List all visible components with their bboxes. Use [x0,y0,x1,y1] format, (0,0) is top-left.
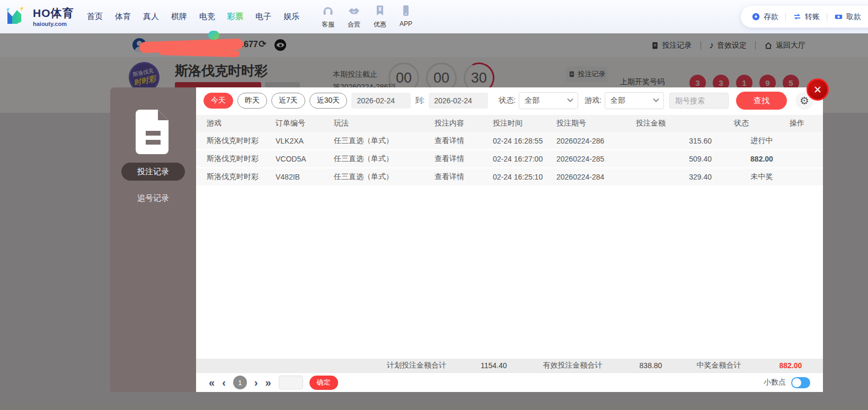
nav-menu-item[interactable]: 真人 [143,12,159,22]
nav-menu-item[interactable]: 首页 [87,12,103,22]
nav-menu-item[interactable]: 电竞 [199,12,215,22]
cell-status: 进行中 [734,132,790,150]
cell-game: 斯洛伐克时时彩 [196,168,276,186]
view-details-link[interactable]: 查看详情 [435,150,493,168]
logo[interactable]: HO体育 haiouty.com [0,6,79,27]
wallet-item-label: 转账 [805,12,820,22]
cell-operation [790,168,823,186]
phone-icon [400,4,412,19]
cell-order-id[interactable]: V482IB [276,168,334,186]
first-page-button[interactable]: « [209,377,215,388]
period-search-input[interactable] [669,93,729,109]
confirm-button[interactable]: 确定 [309,376,338,390]
next-page-button[interactable]: › [254,377,258,388]
table-header-cell: 游戏 [196,115,276,132]
sidebar-item-chase-records[interactable]: 追号记录 [121,189,185,207]
cell-order-id[interactable]: VCOD5A [276,150,334,168]
quick-link-phone[interactable]: APP [397,4,415,29]
view-details-link[interactable]: 查看详情 [435,168,493,186]
nav-menu-item[interactable]: 彩票 [227,12,243,22]
date-filter-button[interactable]: 近30天 [309,93,348,109]
divider [827,13,827,21]
table-header-cell: 投注金额 [636,115,734,132]
cell-bet-time: 02-24 16:27:00 [493,150,556,168]
wallet-item[interactable]: 取款 [834,12,861,22]
bet-records-modal: 投注记录追号记录 今天昨天近7天近30天 到: 状态: 全部 游戏: 全部 [110,87,823,392]
handshake-icon [348,4,360,19]
last-page-button[interactable]: » [265,377,271,388]
cell-amount: 315.60 [636,132,734,150]
table-row: 斯洛伐克时时彩VLK2XA任三直选（单式）查看详情02-24 16:28:552… [196,132,823,150]
date-filter-button[interactable]: 昨天 [237,93,267,109]
table-header-cell: 投注期号 [556,115,636,132]
status-label: 状态: [499,96,516,105]
current-page-badge[interactable]: 1 [233,376,247,389]
nav-menu-item[interactable]: 电子 [255,12,271,22]
table-header-cell: 操作 [790,115,823,132]
date-filter-button[interactable]: 今天 [203,93,233,109]
logo-icon [5,6,28,27]
pagination-bar: « ‹ 1 › » 确定 小数点 [196,372,823,392]
quick-link-coupon[interactable]: ¥优惠 [371,4,389,29]
plan-total-label: 计划投注金额合计 [387,361,446,370]
nav-menu-item[interactable]: 体育 [115,12,131,22]
date-to-input[interactable] [429,93,488,109]
game-label: 游戏: [584,96,601,105]
chevron-down-icon [567,96,573,102]
main-menu: 首页体育真人棋牌电竞彩票电子娱乐 [87,12,299,22]
cell-game: 斯洛伐克时时彩 [196,150,276,168]
headset-icon [322,4,334,19]
decimal-point-toggle[interactable] [791,377,810,388]
nav-menu-item[interactable]: 娱乐 [284,12,299,22]
view-details-link[interactable]: 查看详情 [435,132,493,150]
quick-link-headset[interactable]: 客服 [319,4,337,29]
table-body: 斯洛伐克时时彩VLK2XA任三直选（单式）查看详情02-24 16:28:552… [196,132,823,186]
cell-order-id[interactable]: VLK2XA [276,132,334,150]
logo-title: HO体育 [33,6,74,21]
status-select[interactable]: 全部 [519,92,578,109]
modal-panel: 今天昨天近7天近30天 到: 状态: 全部 游戏: 全部 查找 [196,87,823,392]
top-navbar: HO体育 haiouty.com 首页体育真人棋牌电竞彩票电子娱乐 客服合营¥优… [0,0,868,33]
modal-sidebar: 投注记录追号记录 [110,87,196,392]
table-header-row: 游戏订单编号玩法投注内容投注时间投注期号投注金额状态操作 [196,115,823,132]
decimal-point-label: 小数点 [764,378,786,387]
active-tab-indicator [208,31,219,40]
table-row: 斯洛伐克时时彩V482IB任三直选（单式）查看详情02-24 16:25:102… [196,168,823,186]
quick-link-label: 合营 [348,20,360,29]
quick-link-handshake[interactable]: 合营 [345,4,363,29]
search-button[interactable]: 查找 [736,92,787,110]
cell-amount: 329.40 [636,168,734,186]
wallet-item[interactable]: 转账 [793,12,820,22]
logo-domain: haiouty.com [33,21,74,27]
date-filter-button[interactable]: 近7天 [271,93,305,109]
table-header-cell: 订单编号 [276,115,334,132]
wallet-item-label: 存款 [764,12,778,22]
filter-bar: 今天昨天近7天近30天 到: 状态: 全部 游戏: 全部 查找 [196,87,823,114]
win-total-label: 中奖金额合计 [696,361,741,370]
nav-menu-item[interactable]: 棋牌 [171,12,187,22]
wallet-item-label: 取款 [846,12,861,22]
prev-page-button[interactable]: ‹ [222,377,226,388]
table-header-cell: 投注时间 [493,115,556,132]
wallet-item[interactable]: 存款 [751,12,778,22]
svg-text:¥: ¥ [378,6,382,12]
game-select[interactable]: 全部 [605,92,664,109]
table-row: 斯洛伐克时时彩VCOD5A任三直选（单式）查看详情02-24 16:27:002… [196,150,823,168]
page-jump-input[interactable] [279,376,303,389]
wallet-pill: 存款转账取款 [741,6,868,28]
cell-status: 未中奖 [734,168,790,186]
cell-bet-time: 02-24 16:25:10 [493,168,556,186]
cell-period: 20260224-284 [556,168,636,186]
date-from-input[interactable] [351,93,411,109]
cell-operation [790,132,823,150]
sidebar-item-bet-records[interactable]: 投注记录 [121,163,185,181]
withdraw-icon [834,12,843,21]
valid-total-value: 838.80 [640,361,662,370]
deposit-icon [751,12,760,21]
close-button[interactable]: ✕ [807,78,829,101]
coupon-icon: ¥ [374,4,386,19]
cell-play-type: 任三直选（单式） [334,150,435,168]
page-under-modal: ¥ 1727.677 ⟳ 投注记录♪音效设定返回大厅 斯洛伐克 时时彩 斯洛伐克… [0,33,868,410]
cell-play-type: 任三直选（单式） [334,168,435,186]
table-header-cell: 投注内容 [435,115,493,132]
